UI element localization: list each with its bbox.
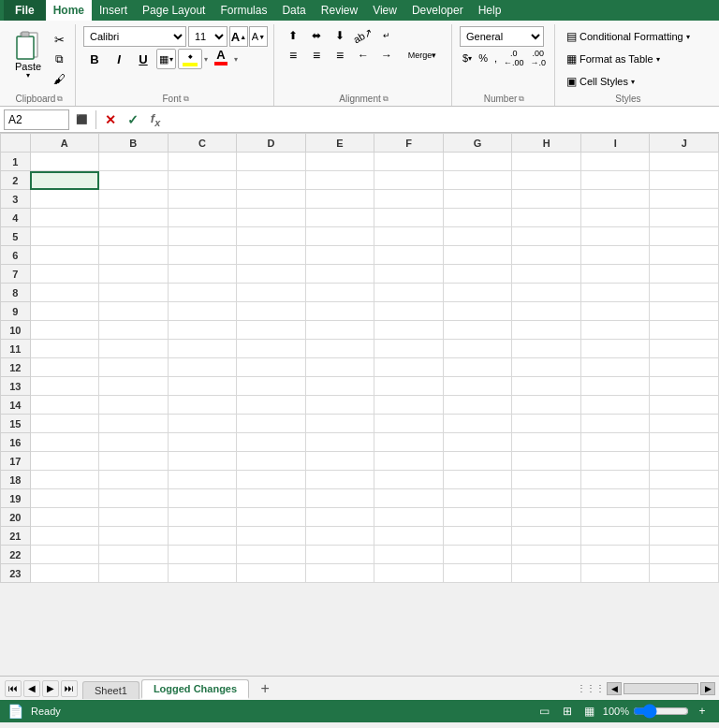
cell-g5[interactable] [443,227,512,246]
cell-c16[interactable] [168,433,237,452]
row-header-16[interactable]: 16 [1,433,31,452]
cell-j19[interactable] [650,489,719,508]
cell-a12[interactable] [30,358,99,377]
cell-c20[interactable] [168,508,237,527]
cell-c17[interactable] [168,452,237,471]
cell-f23[interactable] [374,564,444,583]
cell-b9[interactable] [99,302,169,321]
cell-a15[interactable] [30,415,99,433]
cell-h16[interactable] [512,433,581,452]
cell-f2[interactable] [374,171,444,190]
cell-j9[interactable] [650,302,719,321]
row-header-17[interactable]: 17 [1,452,31,471]
normal-view-button[interactable]: ▭ [536,702,554,721]
zoom-slider[interactable] [633,706,689,717]
cell-d19[interactable] [237,489,306,508]
cell-h18[interactable] [512,471,581,489]
cell-b10[interactable] [99,321,169,340]
row-header-13[interactable]: 13 [1,377,31,396]
cell-e10[interactable] [305,321,374,340]
cell-b20[interactable] [99,508,169,527]
cell-f10[interactable] [374,321,444,340]
cell-g19[interactable] [443,489,512,508]
cell-h19[interactable] [512,489,581,508]
cell-h23[interactable] [512,564,581,583]
fill-dropdown-arrow[interactable]: ▾ [204,55,208,64]
align-top-button[interactable]: ⬆ [282,26,304,45]
font-color-dropdown-arrow[interactable]: ▾ [234,55,238,64]
cell-c8[interactable] [168,284,237,302]
h-scroll-left[interactable]: ◀ [607,682,622,695]
cell-j22[interactable] [650,546,719,564]
cell-d16[interactable] [237,433,306,452]
bold-button[interactable]: B [83,49,106,69]
cell-i7[interactable] [580,265,650,284]
cell-b19[interactable] [99,489,169,508]
cell-f21[interactable] [374,527,444,546]
cell-c22[interactable] [168,546,237,564]
cell-j1[interactable] [650,153,719,171]
cell-g14[interactable] [443,396,512,415]
cell-d12[interactable] [237,358,306,377]
cell-c3[interactable] [168,190,237,209]
col-header-j[interactable]: J [650,134,719,153]
menu-developer[interactable]: Developer [404,0,471,21]
cell-a5[interactable] [30,227,99,246]
menu-view[interactable]: View [365,0,404,21]
cell-f8[interactable] [374,284,444,302]
cell-e3[interactable] [305,190,374,209]
cell-h14[interactable] [512,396,581,415]
paste-button[interactable]: Paste ▾ [9,29,47,89]
cell-d18[interactable] [237,471,306,489]
cell-a6[interactable] [30,246,99,265]
cell-c18[interactable] [168,471,237,489]
cell-d17[interactable] [237,452,306,471]
cell-d20[interactable] [237,508,306,527]
cell-j5[interactable] [650,227,719,246]
number-format-select[interactable]: General [460,26,544,47]
cell-g16[interactable] [443,433,512,452]
cell-g7[interactable] [443,265,512,284]
cell-g8[interactable] [443,284,512,302]
cell-d7[interactable] [237,265,306,284]
cell-c10[interactable] [168,321,237,340]
cell-b21[interactable] [99,527,169,546]
cell-c13[interactable] [168,377,237,396]
cell-f22[interactable] [374,546,444,564]
sheet-tab-sheet1[interactable]: Sheet1 [82,681,139,699]
cell-f7[interactable] [374,265,444,284]
align-right-button[interactable]: ≡ [329,46,351,65]
cell-e5[interactable] [305,227,374,246]
cell-j11[interactable] [650,340,719,358]
cell-e16[interactable] [305,433,374,452]
cell-e17[interactable] [305,452,374,471]
cell-f12[interactable] [374,358,444,377]
cell-f19[interactable] [374,489,444,508]
cell-e9[interactable] [305,302,374,321]
cell-c6[interactable] [168,246,237,265]
cut-button[interactable]: ✂ [49,30,69,49]
cell-e21[interactable] [305,527,374,546]
row-header-3[interactable]: 3 [1,190,31,209]
cell-f9[interactable] [374,302,444,321]
cell-b6[interactable] [99,246,169,265]
clipboard-expand-icon[interactable]: ⧉ [57,95,63,104]
cell-g11[interactable] [443,340,512,358]
cell-j23[interactable] [650,564,719,583]
cell-h8[interactable] [512,284,581,302]
expand-formula-button[interactable]: ⬛ [71,109,92,130]
cell-e1[interactable] [305,153,374,171]
cell-b7[interactable] [99,265,169,284]
row-header-20[interactable]: 20 [1,508,31,527]
cell-f20[interactable] [374,508,444,527]
cell-g12[interactable] [443,358,512,377]
decrease-indent-button[interactable]: ← [352,46,374,65]
row-header-7[interactable]: 7 [1,265,31,284]
cell-i17[interactable] [580,452,650,471]
cell-a16[interactable] [30,433,99,452]
cell-b16[interactable] [99,433,169,452]
cell-j13[interactable] [650,377,719,396]
cell-h1[interactable] [512,153,581,171]
cell-d13[interactable] [237,377,306,396]
cell-j20[interactable] [650,508,719,527]
